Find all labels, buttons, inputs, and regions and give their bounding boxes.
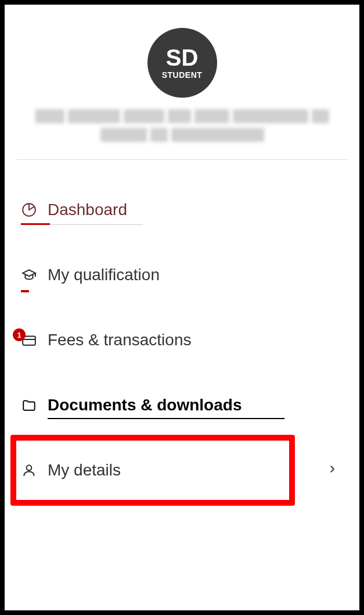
- nav-label-fees: Fees & transactions: [48, 331, 191, 349]
- nav-item-fees[interactable]: 1 Fees & transactions: [21, 331, 343, 349]
- avatar-initials: SD: [166, 46, 199, 69]
- svg-point-3: [27, 465, 32, 470]
- nav-label-qualification: My qualification: [48, 266, 160, 284]
- avatar-role: STUDENT: [162, 70, 203, 80]
- nav-item-qualification[interactable]: My qualification: [21, 266, 343, 284]
- nav-item-dashboard[interactable]: Dashboard: [21, 201, 343, 219]
- divider: [16, 159, 348, 160]
- chevron-right-icon: [327, 464, 337, 477]
- avatar[interactable]: SD STUDENT: [147, 28, 217, 98]
- nav-label-dashboard: Dashboard: [48, 201, 127, 219]
- folder-icon: [21, 397, 37, 413]
- person-icon: [21, 462, 37, 478]
- graduation-cap-icon: [21, 267, 37, 283]
- nav-label-details: My details: [48, 461, 121, 480]
- nav-item-documents[interactable]: Documents & downloads: [21, 396, 343, 414]
- nav-item-details[interactable]: My details: [21, 461, 343, 480]
- active-indicator: [21, 223, 50, 225]
- progress-indicator: [21, 290, 29, 292]
- underline: [48, 418, 284, 419]
- nav-label-documents: Documents & downloads: [48, 396, 242, 414]
- nav-list: Dashboard My qualification 1 Fees & tran…: [16, 201, 348, 480]
- pie-chart-icon: [21, 202, 37, 218]
- notification-badge: 1: [13, 328, 26, 341]
- redacted-user-info: [16, 109, 348, 142]
- avatar-container: SD STUDENT: [16, 28, 348, 98]
